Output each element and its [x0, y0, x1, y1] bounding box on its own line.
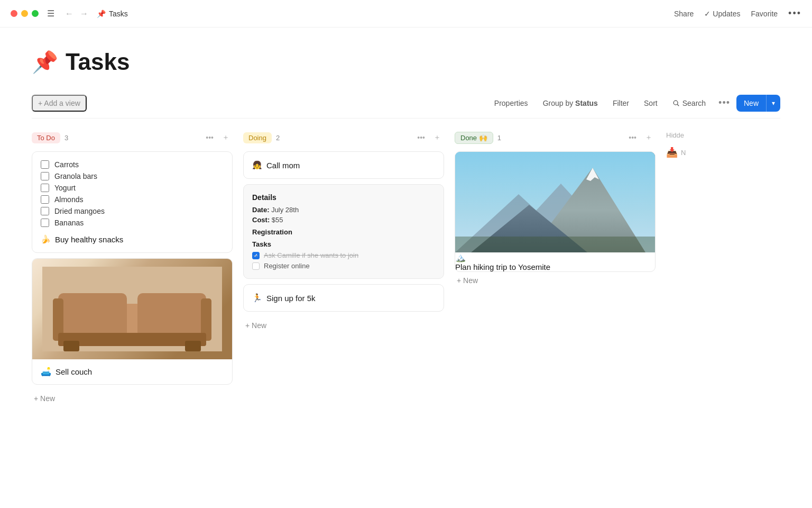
titlebar: ☰ ← → 📌 Tasks Share ✓ Updates Favorite •… [0, 0, 812, 28]
list-item: Register online [252, 262, 435, 270]
search-icon [672, 99, 680, 107]
list-item: Granola bars [41, 172, 224, 180]
nav-arrows: ← → [63, 8, 90, 20]
titlebar-left: ☰ ← → 📌 Tasks [11, 6, 128, 21]
signup-5k-title: 🏃 Sign up for 5k [252, 293, 435, 303]
dried-mangoes-checkbox[interactable] [41, 207, 49, 215]
card-call-mom[interactable]: 👧 Call mom [243, 151, 444, 179]
date-value-text: July 28th [271, 206, 299, 214]
toolbar: + Add a view Properties Group by Status … [32, 94, 780, 119]
svg-line-1 [677, 104, 679, 106]
card-buy-healthy-snacks[interactable]: Carrots Granola bars Yogurt Almonds [32, 151, 233, 253]
more-options-icon[interactable]: ••• [788, 8, 801, 19]
hidden-inbox: 📥 N [666, 147, 708, 158]
properties-label: Properties [494, 99, 528, 107]
sell-couch-title: Sell couch [56, 367, 92, 376]
add-view-button[interactable]: + Add a view [32, 95, 87, 112]
yogurt-checkbox[interactable] [41, 184, 49, 192]
group-by-value: Status [575, 99, 598, 107]
svg-rect-10 [185, 341, 201, 351]
card-sell-couch[interactable]: 🛋️ Sell couch [32, 258, 233, 385]
app-name-label: Tasks [109, 10, 128, 18]
app-icon: 📌 [97, 10, 106, 18]
back-button[interactable]: ← [63, 8, 76, 20]
favorite-label: Favorite [751, 10, 778, 18]
todo-actions: ••• ＋ [202, 131, 233, 144]
hidden-label: Hidde [666, 131, 684, 139]
couch-icon: 🛋️ [41, 367, 51, 377]
almonds-checkbox[interactable] [41, 195, 49, 204]
sell-couch-bottom: 🛋️ Sell couch [32, 359, 232, 384]
new-label: New [744, 99, 759, 107]
tasks-section: Tasks [252, 240, 435, 248]
done-count: 1 [497, 134, 501, 142]
new-dropdown-button[interactable]: ▾ [766, 95, 780, 112]
maximize-button[interactable] [32, 10, 39, 17]
column-doing: Doing 2 ••• ＋ 👧 Call mom Details Date: [243, 131, 444, 407]
todo-more-button[interactable]: ••• [202, 131, 217, 144]
toolbar-more-icon[interactable]: ••• [714, 94, 734, 112]
search-button[interactable]: Search [666, 96, 712, 111]
card-signup-5k[interactable]: 🏃 Sign up for 5k [243, 284, 444, 312]
task1-checkbox[interactable] [252, 252, 260, 259]
svg-rect-9 [63, 341, 79, 351]
column-hidden: Hidde 📥 N [666, 131, 708, 407]
chevron-down-icon: ▾ [772, 99, 775, 107]
inbox-icon: 📥 [666, 147, 678, 158]
close-button[interactable] [11, 10, 17, 17]
task2-checkbox[interactable] [252, 262, 260, 270]
done-more-button[interactable]: ••• [625, 131, 640, 144]
card-hiking[interactable]: 🏔️ Plan hiking trip to Yosemite [455, 151, 656, 272]
add-view-label: + Add a view [38, 99, 80, 107]
yogurt-label: Yogurt [54, 184, 76, 192]
todo-add-button[interactable]: ＋ [219, 131, 233, 144]
list-item: Carrots [41, 160, 224, 169]
hiking-title-text: Plan hiking trip to Yosemite [455, 262, 655, 271]
doing-add-new[interactable]: + New [243, 317, 444, 334]
page: 📌 Tasks + Add a view Properties Group by… [0, 28, 812, 418]
new-button-group: New ▾ [736, 95, 780, 112]
updates-button[interactable]: ✓ Updates [704, 10, 740, 18]
done-add-new[interactable]: + New [455, 272, 656, 289]
minimize-button[interactable] [21, 10, 28, 17]
done-add-button[interactable]: ＋ [642, 131, 656, 144]
filter-button[interactable]: Filter [606, 96, 635, 111]
details-cost-row: Cost: $55 [252, 216, 435, 224]
todo-add-new[interactable]: + New [32, 390, 233, 407]
list-item: Dried mangoes [41, 207, 224, 215]
svg-rect-8 [58, 333, 206, 346]
cost-label: Cost: [252, 216, 270, 224]
group-by-label: Group by [543, 99, 574, 107]
menu-icon[interactable]: ☰ [45, 6, 57, 21]
card-call-mom-details[interactable]: Details Date: July 28th Cost: $55 Regist… [243, 184, 444, 279]
favorite-button[interactable]: Favorite [751, 10, 778, 18]
details-checklist: Ask Camille if she wants to join Registe… [252, 251, 435, 270]
registration-section: Registration [252, 228, 435, 236]
task1-text: Ask Camille if she wants to join [264, 251, 358, 259]
list-item: Almonds [41, 195, 224, 204]
page-title: Tasks [66, 49, 130, 75]
doing-more-button[interactable]: ••• [414, 131, 428, 144]
share-button[interactable]: Share [674, 10, 694, 18]
carrots-checkbox[interactable] [41, 160, 49, 169]
filter-label: Filter [613, 99, 629, 107]
forward-button[interactable]: → [78, 8, 90, 20]
dried-mangoes-label: Dried mangoes [54, 207, 105, 215]
toolbar-right: Properties Group by Status Filter Sort S… [488, 94, 780, 112]
sort-label: Sort [644, 99, 658, 107]
date-label: Date: [252, 206, 270, 214]
column-doing-header: Doing 2 ••• ＋ [243, 131, 444, 144]
snacks-checklist: Carrots Granola bars Yogurt Almonds [41, 160, 224, 227]
signup-5k-icon: 🏃 [252, 293, 262, 303]
granola-checkbox[interactable] [41, 172, 49, 180]
sort-button[interactable]: Sort [638, 96, 664, 111]
hidden-n-label: N [681, 149, 686, 157]
properties-button[interactable]: Properties [488, 96, 534, 111]
doing-add-button[interactable]: ＋ [430, 131, 444, 144]
buy-healthy-snacks-title: 🍌 Buy healthy snacks [41, 234, 224, 244]
group-by-button[interactable]: Group by Status [537, 96, 604, 111]
done-label: Done 🙌 [455, 132, 493, 144]
svg-rect-17 [455, 237, 655, 252]
bananas-checkbox[interactable] [41, 219, 49, 227]
new-button[interactable]: New [736, 95, 766, 112]
